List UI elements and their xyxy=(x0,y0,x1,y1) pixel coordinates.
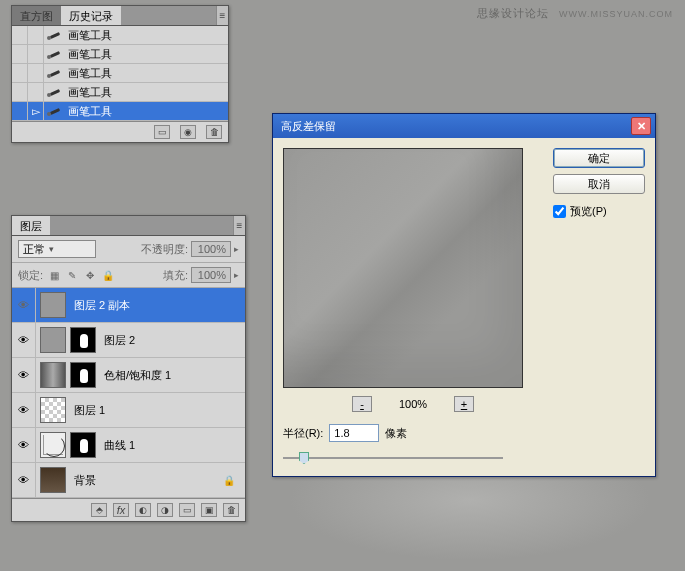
history-item[interactable]: 画笔工具 xyxy=(12,45,228,64)
cancel-button[interactable]: 取消 xyxy=(553,174,645,194)
opacity-value[interactable]: 100% xyxy=(191,241,231,257)
history-item-label: 画笔工具 xyxy=(66,47,112,62)
history-footer: ▭ ◉ 🗑 xyxy=(12,121,228,142)
zoom-value: 100% xyxy=(388,398,438,410)
blend-mode-label: 正常 xyxy=(23,242,45,257)
mask-icon[interactable]: ◐ xyxy=(135,503,151,517)
visibility-icon[interactable] xyxy=(12,428,36,462)
layer-thumbnail[interactable] xyxy=(40,432,66,458)
tab-layers[interactable]: 图层 xyxy=(12,216,50,235)
history-item[interactable]: 画笔工具 xyxy=(12,26,228,45)
current-marker-icon: ▻ xyxy=(32,105,40,118)
fill-control: 填充: 100% ▸ xyxy=(163,267,239,283)
tab-history[interactable]: 历史记录 xyxy=(61,6,121,25)
layers-menu-icon[interactable] xyxy=(233,216,245,235)
lock-pixels-icon[interactable]: ✎ xyxy=(65,268,79,282)
zoom-controls: - 100% + xyxy=(283,388,543,420)
layer-name[interactable]: 背景 xyxy=(70,473,96,488)
layer-row[interactable]: 色相/饱和度 1 xyxy=(12,358,245,393)
layer-content: 背景🔒 xyxy=(36,465,245,495)
fill-arrow-icon[interactable]: ▸ xyxy=(234,270,239,280)
cancel-label: 取消 xyxy=(588,177,610,192)
radius-slider[interactable] xyxy=(283,450,503,466)
radius-input[interactable] xyxy=(329,424,379,442)
blend-mode-dropdown[interactable]: 正常 xyxy=(18,240,96,258)
panel-menu-icon[interactable] xyxy=(216,6,228,25)
high-pass-dialog: 高反差保留 ✕ - 100% + 半径(R): 像素 确定 取消 xyxy=(272,113,656,477)
layer-row[interactable]: 图层 2 xyxy=(12,323,245,358)
new-doc-icon[interactable]: ▭ xyxy=(154,125,170,139)
group-icon[interactable]: ▭ xyxy=(179,503,195,517)
history-item-label: 画笔工具 xyxy=(66,104,112,119)
lock-icon: 🔒 xyxy=(223,475,235,486)
link-icon[interactable]: ⬘ xyxy=(91,503,107,517)
lock-icons: ▦ ✎ ✥ 🔒 xyxy=(47,268,115,282)
layer-row[interactable]: 背景🔒 xyxy=(12,463,245,498)
lock-position-icon[interactable]: ✥ xyxy=(83,268,97,282)
preview-label: 预览(P) xyxy=(570,204,607,219)
preview-checkbox-input[interactable] xyxy=(553,205,566,218)
history-panel: 直方图 历史记录 画笔工具画笔工具画笔工具画笔工具▻画笔工具 ▭ ◉ 🗑 xyxy=(11,5,229,143)
hist-col1 xyxy=(12,102,28,120)
layer-row[interactable]: 图层 2 副本 xyxy=(12,288,245,323)
new-layer-icon[interactable]: ▣ xyxy=(201,503,217,517)
close-icon[interactable]: ✕ xyxy=(631,117,651,135)
visibility-icon[interactable] xyxy=(12,323,36,357)
lock-transparency-icon[interactable]: ▦ xyxy=(47,268,61,282)
opacity-control: 不透明度: 100% ▸ xyxy=(141,241,239,257)
layer-content: 色相/饱和度 1 xyxy=(36,360,245,390)
layer-row[interactable]: 图层 1 xyxy=(12,393,245,428)
preview-box[interactable] xyxy=(283,148,523,388)
zoom-out-button[interactable]: - xyxy=(352,396,372,412)
dialog-left: - 100% + 半径(R): 像素 xyxy=(283,148,543,466)
brush-icon xyxy=(48,67,62,79)
visibility-icon[interactable] xyxy=(12,288,36,322)
layer-thumbnail[interactable] xyxy=(40,467,66,493)
slider-thumb[interactable] xyxy=(299,452,309,464)
layer-thumbnail[interactable] xyxy=(40,397,66,423)
visibility-icon[interactable] xyxy=(12,463,36,497)
layer-name[interactable]: 图层 2 副本 xyxy=(70,298,130,313)
layer-thumbnail[interactable] xyxy=(40,327,66,353)
lock-all-icon[interactable]: 🔒 xyxy=(101,268,115,282)
fx-icon[interactable]: fx xyxy=(113,503,129,517)
snapshot-icon[interactable]: ◉ xyxy=(180,125,196,139)
history-item[interactable]: ▻画笔工具 xyxy=(12,102,228,121)
preview-checkbox[interactable]: 预览(P) xyxy=(553,204,645,219)
radius-label: 半径(R): xyxy=(283,426,323,441)
zoom-in-button[interactable]: + xyxy=(454,396,474,412)
hist-col2 xyxy=(28,83,44,101)
fill-value[interactable]: 100% xyxy=(191,267,231,283)
layers-controls-row1: 正常 不透明度: 100% ▸ xyxy=(12,236,245,263)
delete-icon[interactable]: 🗑 xyxy=(223,503,239,517)
ok-button[interactable]: 确定 xyxy=(553,148,645,168)
layer-name[interactable]: 色相/饱和度 1 xyxy=(100,368,171,383)
dialog-body: - 100% + 半径(R): 像素 确定 取消 预览(P) xyxy=(273,138,655,476)
opacity-label: 不透明度: xyxy=(141,242,188,257)
visibility-icon[interactable] xyxy=(12,393,36,427)
adjustment-icon[interactable]: ◑ xyxy=(157,503,173,517)
ok-label: 确定 xyxy=(588,151,610,166)
layer-thumbnail[interactable] xyxy=(40,362,66,388)
layer-name[interactable]: 曲线 1 xyxy=(100,438,135,453)
layer-thumbnail[interactable] xyxy=(40,292,66,318)
watermark: 思缘设计论坛 WWW.MISSYUAN.COM xyxy=(477,6,673,21)
layer-name[interactable]: 图层 1 xyxy=(70,403,105,418)
slider-track xyxy=(283,457,503,459)
layer-name[interactable]: 图层 2 xyxy=(100,333,135,348)
mask-thumbnail[interactable] xyxy=(70,362,96,388)
tab-histogram[interactable]: 直方图 xyxy=(12,6,61,25)
dialog-titlebar[interactable]: 高反差保留 ✕ xyxy=(273,114,655,138)
mask-thumbnail[interactable] xyxy=(70,432,96,458)
mask-thumbnail[interactable] xyxy=(70,327,96,353)
history-item-label: 画笔工具 xyxy=(66,85,112,100)
history-item[interactable]: 画笔工具 xyxy=(12,83,228,102)
history-item[interactable]: 画笔工具 xyxy=(12,64,228,83)
watermark-url: WWW.MISSYUAN.COM xyxy=(559,9,673,19)
layer-row[interactable]: 曲线 1 xyxy=(12,428,245,463)
trash-icon[interactable]: 🗑 xyxy=(206,125,222,139)
visibility-icon[interactable] xyxy=(12,358,36,392)
opacity-arrow-icon[interactable]: ▸ xyxy=(234,244,239,254)
hist-col1 xyxy=(12,83,28,101)
brush-icon xyxy=(48,29,62,41)
